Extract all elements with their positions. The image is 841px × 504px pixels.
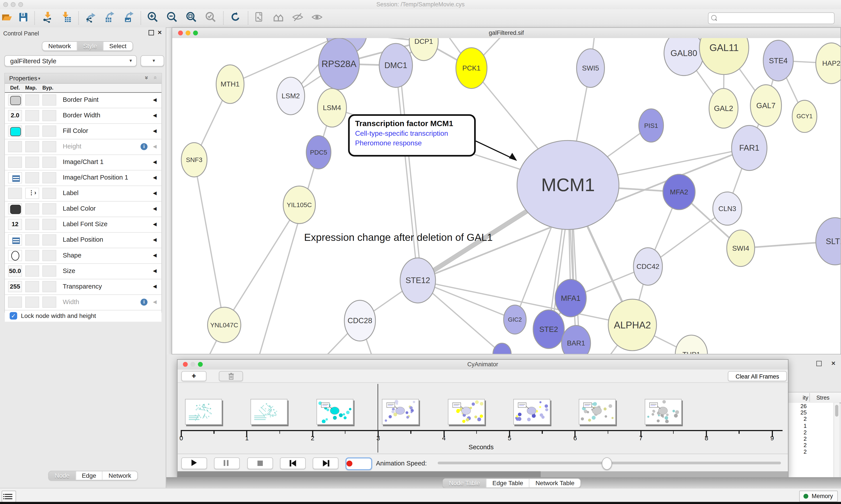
network-node-SWI5[interactable]: SWI5 <box>577 49 605 87</box>
bypass-cell[interactable] <box>42 265 56 276</box>
float-panel-icon[interactable] <box>148 30 154 36</box>
expand-property-icon[interactable]: ◀ <box>153 155 157 169</box>
table-cell-value[interactable]: 2 <box>788 435 809 442</box>
network-node-STE2[interactable]: STE2 <box>533 310 564 348</box>
style-target-tab-edge[interactable]: Edge <box>75 471 102 480</box>
expand-property-icon[interactable]: ◀ <box>153 170 157 185</box>
property-row-height[interactable]: Heighti◀ <box>5 140 161 155</box>
default-cell[interactable]: 2.0 <box>8 110 22 121</box>
table-cell-value[interactable]: 2 <box>788 448 809 455</box>
add-frame-button[interactable]: + <box>181 371 207 381</box>
property-row-border-width[interactable]: 2.0Border Width◀ <box>5 108 161 124</box>
bypass-cell[interactable] <box>42 157 56 168</box>
style-selector-combo[interactable]: galFiltered Style ▾ <box>4 55 137 66</box>
default-cell[interactable] <box>8 203 22 214</box>
network-node-YIL105C[interactable]: YIL105C <box>283 186 315 223</box>
expand-property-icon[interactable]: ◀ <box>153 124 157 138</box>
expand-property-icon[interactable]: ◀ <box>153 108 157 123</box>
mapping-cell[interactable] <box>25 141 39 152</box>
network-node-GAL11[interactable]: GAL11 <box>699 38 749 75</box>
default-cell[interactable] <box>8 187 22 199</box>
bypass-cell[interactable] <box>42 219 56 230</box>
network-node-STE4[interactable]: STE4 <box>763 40 793 81</box>
tab-style[interactable]: Style <box>77 42 103 50</box>
mapping-cell[interactable] <box>25 203 39 214</box>
mapping-cell[interactable] <box>25 110 39 121</box>
network-node-SLT2[interactable]: SLT2 <box>816 218 841 265</box>
frame-thumbnail-4s[interactable] <box>448 399 485 425</box>
table-tab-node-table[interactable]: Node Table <box>443 479 486 487</box>
properties-title[interactable]: Properties <box>9 75 37 82</box>
zoom-out-icon[interactable] <box>166 11 179 25</box>
default-cell[interactable]: 255 <box>8 281 22 292</box>
bypass-cell[interactable] <box>42 94 56 106</box>
network-node-GCY1[interactable]: GCY1 <box>792 100 817 132</box>
export-table-icon[interactable] <box>104 11 117 25</box>
property-row-size[interactable]: 50.0Size◀ <box>5 264 161 280</box>
expand-property-icon[interactable]: ◀ <box>153 186 157 201</box>
default-cell[interactable] <box>8 125 22 137</box>
table-cell-value[interactable]: 2 <box>788 442 809 449</box>
property-row-border-paint[interactable]: Border Paint◀ <box>5 93 161 108</box>
export-network-icon[interactable] <box>85 11 98 25</box>
next-frame-button[interactable] <box>313 457 339 469</box>
import-table-icon[interactable] <box>61 11 74 25</box>
previous-frame-button[interactable] <box>280 457 306 469</box>
network-node-PDC5[interactable]: PDC5 <box>306 136 331 169</box>
search-box[interactable] <box>708 12 835 24</box>
property-row-image-chart-position-1[interactable]: Image/Chart Position 1◀ <box>5 170 161 186</box>
network-canvas[interactable]: DCP1RPS28ADMC1PCK1MTH1LSM2LSM4SNF3PDC5YI… <box>172 38 840 354</box>
bypass-cell[interactable] <box>42 187 56 199</box>
network-node-CDC42[interactable]: CDC42 <box>633 248 662 285</box>
export-image-icon[interactable] <box>123 11 136 25</box>
tab-select[interactable]: Select <box>103 42 132 50</box>
network-node-LSM2[interactable]: LSM2 <box>277 77 305 115</box>
mapping-cell[interactable] <box>25 250 39 261</box>
import-network-icon[interactable] <box>41 11 54 25</box>
annotation-link-2[interactable]: Pheromone response <box>355 139 469 147</box>
network-node-DCP1[interactable]: DCP1 <box>409 38 438 61</box>
record-button[interactable] <box>345 457 372 470</box>
bypass-cell[interactable] <box>42 110 56 121</box>
expand-property-icon[interactable]: ◀ <box>153 93 157 107</box>
default-cell[interactable] <box>8 172 22 183</box>
expand-property-icon[interactable]: ◀ <box>153 140 157 154</box>
hide-selected-icon[interactable] <box>292 11 305 25</box>
default-cell[interactable]: 12 <box>8 219 22 230</box>
cyanimator-scrollbar[interactable] <box>178 471 788 477</box>
bypass-cell[interactable] <box>42 250 56 261</box>
default-cell[interactable]: 50.0 <box>8 265 22 276</box>
table-column-headers[interactable]: ity Stres <box>788 392 841 403</box>
mapping-cell[interactable]: ⋮› <box>25 187 39 199</box>
property-row-label-position[interactable]: Label Position◀ <box>5 233 161 248</box>
network-node-TUP1[interactable]: TUP1 <box>675 335 708 354</box>
table-cell-value[interactable]: 25 <box>788 409 809 416</box>
network-node-FAR1[interactable]: FAR1 <box>732 125 767 170</box>
bypass-cell[interactable] <box>42 125 56 137</box>
mapping-cell[interactable] <box>25 172 39 183</box>
info-icon[interactable]: i <box>141 299 148 306</box>
mapping-cell[interactable] <box>25 281 39 292</box>
property-row-width[interactable]: Widthi◀ <box>5 295 161 310</box>
annotation-link-1[interactable]: Cell-type-specific transcription <box>355 129 469 137</box>
network-node-SWI4[interactable]: SWI4 <box>727 230 754 267</box>
mapping-cell[interactable] <box>25 296 39 308</box>
mapping-cell[interactable] <box>25 125 39 137</box>
property-row-label-color[interactable]: Label Color◀ <box>5 202 161 217</box>
network-node-PCK1[interactable]: PCK1 <box>456 48 487 88</box>
property-row-transparency[interactable]: 255Transparency◀ <box>5 280 161 295</box>
mapping-cell[interactable] <box>25 265 39 276</box>
expand-property-icon[interactable]: ◀ <box>153 280 157 294</box>
frame-thumbnail-6s[interactable] <box>579 399 616 425</box>
network-node-STE12[interactable]: STE12 <box>400 258 435 303</box>
table-cell-value[interactable]: 2 <box>788 429 809 435</box>
network-node-BAR1[interactable]: BAR1 <box>561 326 590 354</box>
network-node-CDC28[interactable]: CDC28 <box>344 300 375 341</box>
mapping-cell[interactable] <box>25 234 39 246</box>
default-cell[interactable] <box>8 234 22 246</box>
frame-thumbnail-7s[interactable] <box>645 399 682 425</box>
property-row-image-chart-1[interactable]: Image/Chart 1◀ <box>5 155 161 170</box>
expand-all-icon[interactable]: » <box>144 76 150 79</box>
bypass-cell[interactable] <box>42 296 56 308</box>
frame-thumbnail-2s[interactable] <box>316 399 353 425</box>
